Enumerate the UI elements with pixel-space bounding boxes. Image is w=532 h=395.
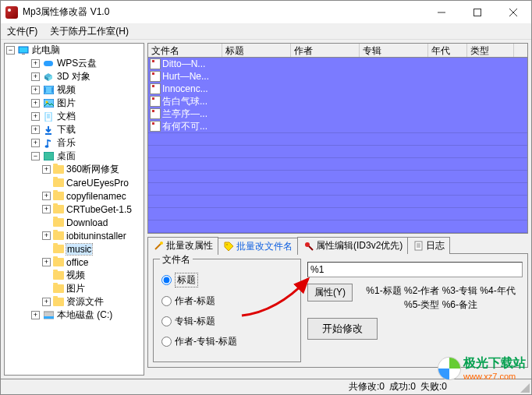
tree-toggle-icon[interactable]: + [31, 311, 40, 319]
table-row[interactable]: 有何不可... [148, 120, 527, 132]
tree-item-label[interactable]: 下载 [57, 123, 76, 136]
column-header[interactable]: 专辑 [360, 44, 428, 57]
filename-group: 文件名 标题 作者-标题 专辑-标题 作者-专辑-标题 [153, 259, 301, 362]
radio-title-label[interactable]: 标题 [175, 273, 198, 287]
start-button[interactable]: 开始修改 [307, 318, 378, 340]
tree-toggle-icon[interactable]: + [31, 59, 40, 68]
svg-rect-10 [44, 316, 54, 319]
maximize-button[interactable] [459, 1, 495, 24]
tree-item[interactable]: Download [5, 216, 144, 229]
tree-item[interactable]: music [5, 242, 144, 256]
tree-item[interactable]: 视频 [5, 269, 144, 282]
window-title: Mp3属性修改器 V1.0 [23, 5, 424, 19]
minimize-button[interactable] [424, 1, 459, 24]
menu-about[interactable]: 关于陈丹工作室(H) [47, 25, 132, 38]
tree-toggle-icon[interactable]: + [42, 298, 51, 306]
tree-toggle-icon[interactable]: − [31, 152, 40, 160]
tree-item[interactable]: +视频 [5, 83, 144, 97]
tree-item[interactable]: CareUEyesPro [5, 176, 144, 189]
tree-item-label[interactable]: office [66, 257, 88, 268]
close-button[interactable] [495, 1, 531, 24]
tree-toggle-icon[interactable]: + [31, 86, 40, 94]
tree-item[interactable]: +音乐 [5, 136, 144, 150]
column-header[interactable]: 年代 [428, 44, 467, 57]
tree-item-label[interactable]: iobituninstaller [66, 231, 126, 242]
radio-album-title[interactable] [161, 316, 172, 326]
tree-item[interactable]: 图片 [5, 282, 144, 295]
column-header[interactable]: 作者 [291, 44, 360, 57]
radio-author-title[interactable] [161, 296, 172, 306]
tree-item-label[interactable]: 资源文件 [66, 295, 104, 309]
column-header[interactable]: 文件名 [148, 44, 222, 57]
tab-batch-filename[interactable]: 批量改文件名 [218, 238, 298, 255]
tree-root-label[interactable]: 此电脑 [32, 44, 60, 57]
tree-toggle-icon[interactable]: + [31, 139, 40, 147]
table-row[interactable]: Hurt—Ne... [148, 70, 527, 83]
tree-item-label[interactable]: Download [66, 217, 108, 228]
tree-item[interactable]: +CRTubeGet-1.5 [5, 203, 144, 216]
svg-point-11 [160, 242, 163, 245]
tree-item[interactable]: +本地磁盘 (C:) [5, 309, 144, 322]
tree-item[interactable]: +iobituninstaller [5, 229, 144, 242]
tab-batch-attr[interactable]: 批量改属性 [147, 237, 218, 254]
file-table[interactable]: 文件名标题作者专辑年代类型 Ditto—N...Hurt—Ne...Innoce… [147, 43, 528, 234]
tree-item-label[interactable]: 桌面 [57, 150, 76, 163]
tree-item-label[interactable]: music [66, 244, 92, 255]
radio-author-album-title[interactable] [161, 337, 172, 347]
computer-icon [17, 45, 30, 56]
tree-collapse-icon[interactable]: − [6, 46, 15, 55]
tree-item-label[interactable]: 360断网修复 [66, 163, 119, 176]
menu-file[interactable]: 文件(F) [4, 25, 41, 38]
column-header[interactable]: 标题 [222, 44, 291, 57]
pattern-input[interactable] [307, 262, 523, 277]
tree-item[interactable]: +文档 [5, 110, 144, 123]
attr-button[interactable]: 属性(Y) [307, 284, 353, 302]
radio-author-title-label[interactable]: 作者-标题 [175, 294, 215, 308]
tree-toggle-icon[interactable]: + [42, 165, 51, 174]
table-row[interactable]: 兰亭序—... [148, 108, 527, 120]
file-name-cell: 兰亭序—... [162, 108, 207, 120]
tree-item[interactable]: −桌面 [5, 150, 144, 163]
table-row[interactable]: Ditto—N... [148, 58, 527, 70]
tree-item[interactable]: +WPS云盘 [5, 57, 144, 70]
tree-item-label[interactable]: WPS云盘 [57, 57, 97, 70]
music-icon [42, 138, 55, 149]
tree-toggle-icon[interactable]: + [31, 112, 40, 121]
radio-author-album-title-label[interactable]: 作者-专辑-标题 [175, 335, 237, 348]
tree-toggle-icon[interactable]: + [31, 72, 40, 81]
tree-item-label[interactable]: 视频 [57, 83, 76, 97]
table-row[interactable]: 告白气球... [148, 95, 527, 108]
tree-item-label[interactable]: 音乐 [57, 136, 76, 150]
column-header[interactable]: 类型 [467, 44, 514, 57]
tree-item[interactable]: +office [5, 256, 144, 269]
tree-toggle-icon[interactable]: + [31, 99, 40, 108]
folder-tree[interactable]: − 此电脑 +WPS云盘+3D 对象+视频+图片+文档+下载+音乐−桌面+360… [4, 43, 144, 376]
tab-attr-edit[interactable]: 属性编辑(ID3v2优先) [297, 237, 408, 254]
radio-title[interactable] [161, 275, 172, 285]
tree-item-label[interactable]: 图片 [57, 97, 76, 110]
tree-toggle-icon[interactable]: + [31, 125, 40, 134]
tree-toggle-icon[interactable]: + [42, 258, 51, 266]
tree-item-label[interactable]: 图片 [66, 282, 85, 295]
tree-item-label[interactable]: CareUEyesPro [66, 178, 129, 189]
tree-toggle-icon[interactable]: + [42, 192, 51, 200]
tree-item-label[interactable]: 3D 对象 [57, 70, 90, 83]
tree-item-label[interactable]: CRTubeGet-1.5 [66, 204, 132, 215]
tree-toggle-icon[interactable]: + [42, 231, 51, 240]
tree-item[interactable]: +copyfilenamec [5, 189, 144, 203]
tree-item[interactable]: +3D 对象 [5, 70, 144, 83]
tree-item[interactable]: +资源文件 [5, 295, 144, 309]
tree-item-label[interactable]: 文档 [57, 110, 76, 123]
tree-item[interactable]: +360断网修复 [5, 163, 144, 176]
tree-item-label[interactable]: copyfilenamec [66, 191, 126, 202]
folder-icon [53, 258, 64, 266]
tree-item[interactable]: +图片 [5, 97, 144, 110]
tree-item[interactable]: +下载 [5, 123, 144, 136]
tree-item-label[interactable]: 视频 [66, 269, 85, 282]
tree-item-label[interactable]: 本地磁盘 (C:) [57, 309, 112, 322]
tree-toggle-icon[interactable]: + [42, 205, 51, 213]
table-row[interactable]: Innocenc... [148, 83, 527, 95]
tab-log[interactable]: 日志 [407, 237, 450, 254]
radio-album-title-label[interactable]: 专辑-标题 [175, 315, 215, 328]
resize-grip-icon[interactable] [520, 383, 530, 393]
